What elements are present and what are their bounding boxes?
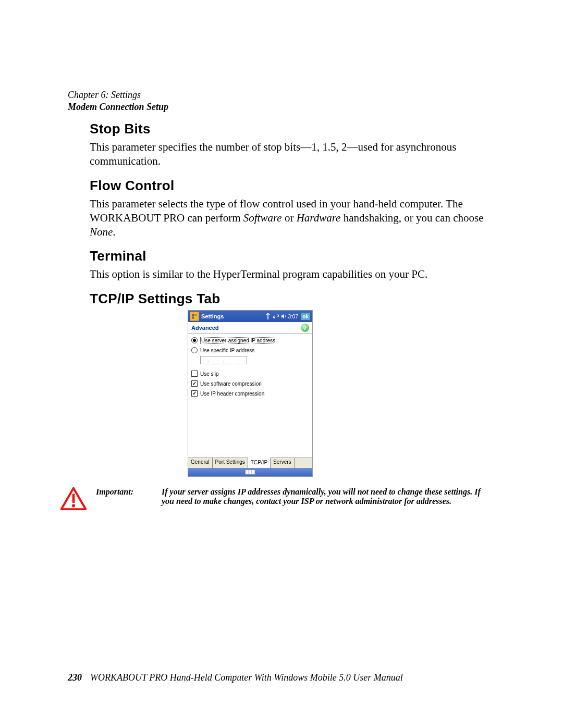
heading-stop-bits: Stop Bits <box>90 121 491 137</box>
check-ip-header-compression[interactable]: Use IP header compression <box>191 389 309 398</box>
device-screenshot: Settings 3:07 ok Advanced ? <box>188 310 313 477</box>
settings-form: Use server-assigned IP address Use speci… <box>188 334 312 458</box>
svg-rect-3 <box>194 317 197 319</box>
ok-button[interactable]: ok <box>300 312 311 320</box>
sip-bar[interactable] <box>188 468 312 476</box>
fc-mid2: handshaking, or you can choose <box>340 212 483 224</box>
running-footer: 230 WORKABOUT PRO Hand-Held Computer Wit… <box>68 672 403 683</box>
svg-rect-4 <box>267 313 268 319</box>
para-flow-control: This parameter selects the type of flow … <box>90 197 491 239</box>
important-note: Important: If your server assigns IP add… <box>60 487 491 510</box>
fc-software: Software <box>243 212 282 224</box>
svg-rect-5 <box>72 494 75 503</box>
status-icons: 3:07 <box>265 313 298 319</box>
section-stop-bits: Stop Bits This parameter specifies the n… <box>90 121 491 168</box>
important-columns: Important: If your server assigns IP add… <box>96 487 491 506</box>
heading-terminal: Terminal <box>90 248 491 264</box>
page-subtitle: Advanced ? <box>188 322 312 334</box>
titlebar-app: Settings <box>201 313 224 319</box>
section-label: Modem Connection Setup <box>68 102 168 113</box>
connectivity-icon <box>273 314 279 319</box>
warning-icon <box>60 487 87 510</box>
radio2-label: Use specific IP address <box>200 348 254 353</box>
important-label: Important: <box>96 487 154 506</box>
running-header: Chapter 6: Settings Modem Connection Set… <box>68 90 168 113</box>
check-sw-compression[interactable]: Use software compression <box>191 379 309 388</box>
manual-page: Chapter 6: Settings Modem Connection Set… <box>0 0 563 728</box>
page-number: 230 <box>68 672 82 683</box>
heading-tcpip: TCP/IP Settings Tab <box>90 291 491 307</box>
check2-label: Use software compression <box>200 381 262 387</box>
checkbox-icon[interactable] <box>191 380 198 387</box>
fc-hardware: Hardware <box>297 212 341 224</box>
start-icon[interactable] <box>190 312 199 321</box>
heading-flow-control: Flow Control <box>90 178 491 194</box>
check1-label: Use slip <box>200 371 219 377</box>
section-tcpip: TCP/IP Settings Tab Settings 3:07 ok <box>90 291 491 477</box>
subtitle-text: Advanced <box>191 325 219 331</box>
ip-input[interactable]: ... <box>200 356 247 364</box>
fc-mid1: or <box>282 212 297 224</box>
check-use-slip[interactable]: Use slip <box>191 369 309 378</box>
radio1-label: Use server-assigned IP address <box>200 337 276 344</box>
para-stop-bits: This parameter specifies the number of s… <box>90 140 491 168</box>
checkbox-icon[interactable] <box>191 390 198 397</box>
svg-point-6 <box>72 504 75 507</box>
svg-rect-1 <box>194 314 197 316</box>
signal-icon <box>265 313 271 319</box>
para-terminal: This option is similar to the HyperTermi… <box>90 267 491 281</box>
fc-none: None <box>90 226 113 238</box>
section-flow-control: Flow Control This parameter selects the … <box>90 178 491 239</box>
radio-icon[interactable] <box>191 337 198 343</box>
important-body: If your server assigns IP addresses dyna… <box>162 487 491 506</box>
wm-titlebar: Settings 3:07 ok <box>188 311 312 322</box>
doc-title: WORKABOUT PRO Hand-Held Computer With Wi… <box>90 672 403 683</box>
tab-bar: General Port Settings TCP/IP Servers <box>188 458 312 468</box>
fc-tail: . <box>113 226 115 238</box>
checkbox-icon[interactable] <box>191 371 198 377</box>
speaker-icon <box>281 314 286 319</box>
radio-server-assigned[interactable]: Use server-assigned IP address <box>191 336 309 344</box>
svg-rect-0 <box>192 314 194 316</box>
tab-tcpip[interactable]: TCP/IP <box>248 458 271 468</box>
check3-label: Use IP header compression <box>200 391 264 397</box>
radio-specific-ip[interactable]: Use specific IP address <box>191 346 309 354</box>
tab-port-settings[interactable]: Port Settings <box>213 458 248 468</box>
svg-rect-2 <box>192 317 194 319</box>
chapter-label: Chapter 6: Settings <box>68 90 168 101</box>
keyboard-icon[interactable] <box>245 470 255 475</box>
titlebar-time: 3:07 <box>288 314 298 319</box>
body-content: Stop Bits This parameter specifies the n… <box>90 121 491 510</box>
tab-general[interactable]: General <box>188 458 213 468</box>
tab-servers[interactable]: Servers <box>271 458 294 468</box>
help-icon[interactable]: ? <box>301 324 309 332</box>
section-terminal: Terminal This option is similar to the H… <box>90 248 491 281</box>
radio-icon[interactable] <box>191 347 198 353</box>
